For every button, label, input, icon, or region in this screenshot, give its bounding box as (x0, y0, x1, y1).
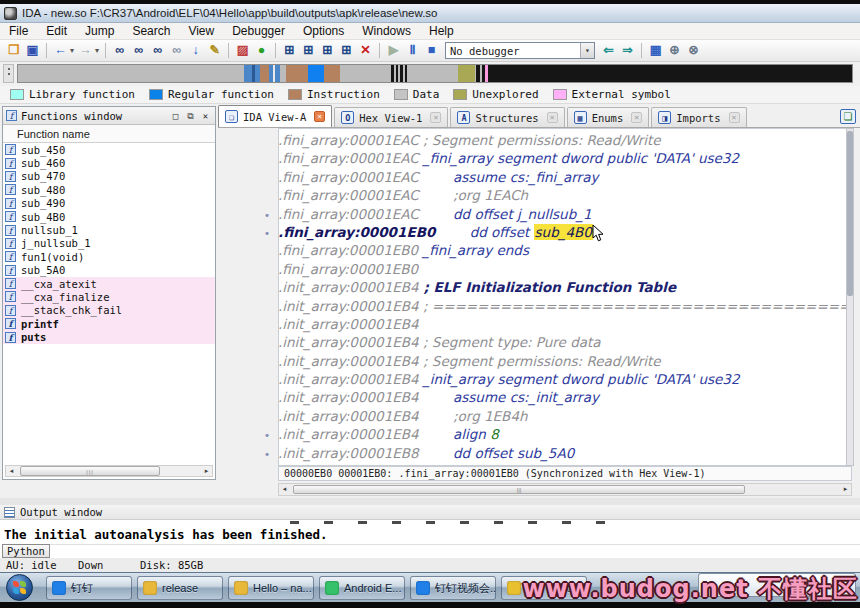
function-list-item[interactable]: fputs (3, 330, 215, 343)
start-process-icon[interactable]: ▶ (385, 42, 402, 59)
taskbar-button[interactable]: Android E... (319, 576, 405, 600)
search-names-icon[interactable]: ∞ (111, 42, 128, 59)
tab-close-icon[interactable]: ✕ (430, 112, 441, 123)
disasm-line[interactable]: •.init_array:00001EB4 align 8 (256, 425, 846, 443)
close-view-icon[interactable]: ✕ (357, 42, 374, 59)
cli-input[interactable] (46, 544, 860, 558)
start-button[interactable] (6, 574, 33, 601)
back-dropdown-icon[interactable]: ▾ (70, 46, 74, 55)
add-breakpoint-icon[interactable]: ⊕ (666, 42, 683, 59)
function-list-item[interactable]: fj_nullsub_1 (3, 237, 215, 250)
taskbar-button[interactable]: 钉钉视频会... (410, 576, 496, 600)
disasm-line[interactable]: .fini_array:00001EB0 _fini_array ends (256, 241, 846, 259)
disasm-line[interactable]: .init_array:00001EB4 ; Segment type: Pur… (256, 333, 846, 351)
search-again-icon[interactable]: ∞ (168, 42, 185, 59)
close-icon[interactable]: ✕ (199, 109, 212, 122)
navigation-band[interactable] (17, 64, 853, 83)
menu-view[interactable]: View (179, 23, 223, 40)
colors-icon[interactable]: ▨ (234, 42, 251, 59)
function-list-item[interactable]: fsub_480 (3, 183, 215, 196)
tab-enums[interactable]: ▦Enums✕ (567, 107, 650, 127)
tab-close-icon[interactable]: ✕ (314, 111, 325, 122)
disasm-line[interactable]: .init_array:00001EB4 (256, 315, 846, 333)
tab-ida-view-a[interactable]: ❏IDA View-A✕ (218, 105, 332, 127)
python-prompt-button[interactable]: Python (2, 544, 50, 558)
jump-address-icon[interactable]: ↓ (187, 42, 204, 59)
restore-icon[interactable]: □ (169, 109, 182, 122)
search-bytes-icon[interactable]: ∞ (149, 42, 166, 59)
float-icon[interactable]: ⧉ (184, 109, 197, 122)
disasm-line[interactable]: •.fini_array:00001EAC dd offset j_nullsu… (256, 205, 846, 223)
scrollbar-thumb[interactable]: ||| (293, 485, 745, 494)
disasm-line[interactable]: •.fini_array:00001EB0 dd offset sub_4B0 (256, 223, 846, 241)
function-list-item[interactable]: fsub_460 (3, 156, 215, 169)
stop-process-icon[interactable]: ■ (423, 42, 440, 59)
function-list-item[interactable]: fsub_490 (3, 197, 215, 210)
disasm-line[interactable]: .init_array:00001EB4 assume cs:_init_arr… (256, 388, 846, 406)
function-list-item[interactable]: fsub_450 (3, 143, 215, 156)
debugger-select[interactable]: No debugger ▾ (445, 42, 595, 59)
highlighted-symbol[interactable]: sub_4B0 (534, 224, 593, 240)
function-list-item[interactable]: fprintf (3, 317, 215, 330)
function-list-item[interactable]: f__stack_chk_fail (3, 304, 215, 317)
function-list-item[interactable]: fnullsub_1 (3, 223, 215, 236)
function-list-item[interactable]: fsub_4B0 (3, 210, 215, 223)
menu-jump[interactable]: Jump (76, 23, 123, 40)
tab-hex-view-1[interactable]: OHex View-1✕ (334, 107, 448, 127)
disasm-line[interactable]: .fini_array:00001EAC ; Segment permissio… (256, 131, 846, 149)
taskbar-button[interactable]: Hello – na... (228, 576, 314, 600)
add-enum-icon[interactable]: ⊞ (300, 42, 317, 59)
scroll-left-icon[interactable]: ◂ (6, 466, 17, 476)
new-window-icon[interactable]: ❏ (840, 109, 856, 124)
disasm-line[interactable]: .fini_array:00001EAC _fini_array segment… (256, 149, 846, 167)
add-segment-icon[interactable]: ⊞ (319, 42, 336, 59)
functions-hscrollbar[interactable]: ◂ ||| ▸ (5, 465, 213, 477)
delete-breakpoint-icon[interactable]: ⊗ (685, 42, 702, 59)
nav-band-handle-icon[interactable] (3, 64, 14, 83)
open-file-icon[interactable]: ❐ (5, 42, 22, 59)
rename-icon[interactable]: ✎ (206, 42, 223, 59)
analysis-indicator-icon[interactable]: ● (253, 42, 270, 59)
scroll-right-icon[interactable]: ▸ (201, 466, 212, 476)
menu-file[interactable]: File (0, 23, 37, 40)
disasm-line[interactable]: .init_array:00001EB4 ;org 1EB4h (256, 407, 846, 425)
function-list-item[interactable]: fsub_470 (3, 170, 215, 183)
function-list-item[interactable]: f__cxa_finalize (3, 290, 215, 303)
disasm-line[interactable]: .fini_array:00001EB0 (256, 260, 846, 278)
menu-edit[interactable]: Edit (37, 23, 76, 40)
tab-close-icon[interactable]: ✕ (729, 112, 740, 123)
menu-help[interactable]: Help (420, 23, 463, 40)
patch-program-icon[interactable]: ⊞ (338, 42, 355, 59)
tab-structures[interactable]: AStructures✕ (450, 107, 564, 127)
disassembly-hscrollbar[interactable]: ◂ ||| ▸ (278, 483, 852, 496)
disasm-line[interactable]: .init_array:00001EB4 ; Segment permissio… (256, 352, 846, 370)
tab-close-icon[interactable]: ✕ (547, 112, 558, 123)
disasm-line[interactable]: .init_array:00001EB4 ; =================… (256, 297, 846, 315)
disassembly-vscrollbar[interactable] (846, 128, 854, 466)
save-icon[interactable]: ▣ (24, 42, 41, 59)
disasm-line[interactable]: .init_array:00001EB4 _init_array segment… (256, 370, 846, 388)
disasm-line[interactable]: •.init_array:00001EB8 dd offset sub_5A0 (256, 444, 846, 462)
pause-process-icon[interactable]: Ⅱ (404, 42, 421, 59)
tab-close-icon[interactable]: ✕ (631, 112, 642, 123)
function-list-item[interactable]: ffun1(void) (3, 250, 215, 263)
scrollbar-thumb[interactable]: ||| (20, 466, 160, 476)
attach-process-icon[interactable]: ⇐ (600, 42, 617, 59)
scroll-right-icon[interactable]: ▸ (840, 484, 851, 494)
menu-options[interactable]: Options (294, 23, 353, 40)
disasm-line[interactable]: .fini_array:00001EAC ;org 1EACh (256, 186, 846, 204)
forward-icon[interactable]: → (77, 42, 94, 59)
taskbar-button[interactable]: 钉钉 (46, 576, 132, 600)
back-icon[interactable]: ← (52, 42, 69, 59)
taskbar-button[interactable]: release (137, 576, 223, 600)
menu-search[interactable]: Search (123, 23, 179, 40)
function-list-item[interactable]: f__cxa_atexit (3, 277, 215, 290)
debugger-windows-icon[interactable]: ▦ (647, 42, 664, 59)
disasm-line[interactable]: .init_array:00001EB4 ; ELF Initializatio… (256, 278, 846, 296)
disasm-line[interactable]: .fini_array:00001EAC assume cs:_fini_arr… (256, 168, 846, 186)
function-name-column-header[interactable]: Function name (3, 125, 215, 143)
add-struct-icon[interactable]: ⊞ (281, 42, 298, 59)
menu-windows[interactable]: Windows (353, 23, 420, 40)
scrollbar-thumb[interactable] (847, 131, 853, 296)
search-text-icon[interactable]: ∞ (130, 42, 147, 59)
